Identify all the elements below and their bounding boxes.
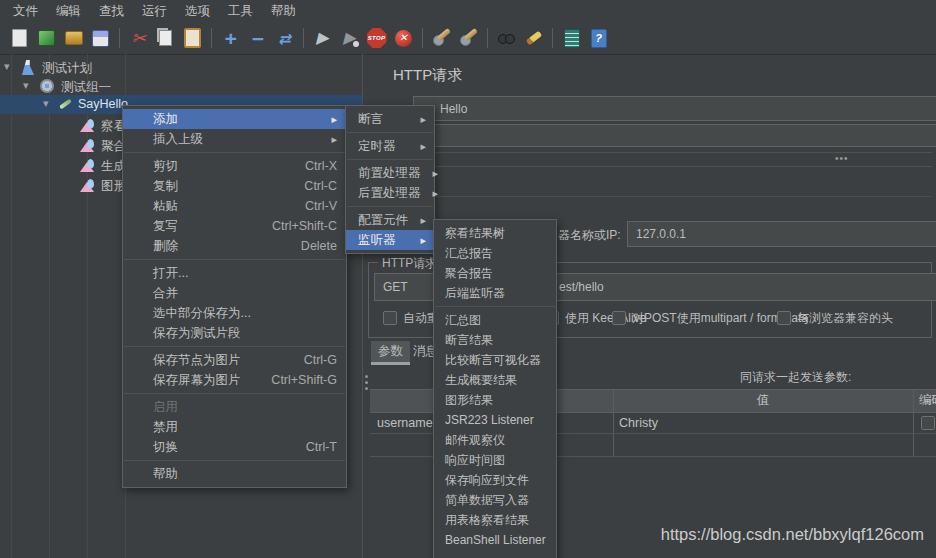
tab-parameters[interactable]: 参数 <box>371 341 410 365</box>
menu-separator <box>347 206 433 207</box>
cut-button[interactable]: ✂ <box>125 25 152 52</box>
menu-item-aggregate-report[interactable]: 聚合报告 <box>434 263 556 283</box>
server-name-field[interactable]: 127.0.0.1 <box>627 221 936 247</box>
param-value-cell[interactable]: Christy <box>619 416 658 430</box>
menu-run[interactable]: 运行 <box>133 3 176 20</box>
menu-item-mailer-visualizer[interactable]: 邮件观察仪 <box>434 430 556 450</box>
paste-button[interactable] <box>179 25 206 52</box>
menu-item-insert-parent[interactable]: 插入上级▸ <box>123 129 346 149</box>
menu-item-beanshell-listener[interactable]: BeanShell Listener <box>434 530 556 550</box>
menu-item-pre-processors[interactable]: 前置处理器▸ <box>346 163 434 183</box>
menu-options[interactable]: 选项 <box>176 3 219 20</box>
menu-item-add[interactable]: 添加▸ <box>123 109 346 129</box>
comment-field[interactable] <box>413 124 936 147</box>
menu-item-copy[interactable]: 复制Ctrl-C <box>123 176 346 196</box>
menu-item-response-time-graph[interactable]: 响应时间图 <box>434 450 556 470</box>
divider <box>375 196 932 197</box>
menu-item-disable[interactable]: 禁用 <box>123 417 346 437</box>
menu-item-delete[interactable]: 删除Delete <box>123 236 346 256</box>
follow-redirects-checkbox[interactable] <box>383 311 397 325</box>
menu-item-save-responses-to-file[interactable]: 保存响应到文件 <box>434 470 556 490</box>
menu-item-label: 断言 <box>358 111 383 128</box>
menu-file[interactable]: 文件 <box>4 3 47 20</box>
menu-item-timer[interactable]: 定时器▸ <box>346 136 434 156</box>
menu-separator <box>124 259 345 260</box>
path-field[interactable]: est/hello <box>540 273 936 301</box>
menu-tools[interactable]: 工具 <box>219 3 262 20</box>
search-button[interactable] <box>493 25 520 52</box>
menu-item-toggle[interactable]: 切换Ctrl-T <box>123 437 346 457</box>
clipboard-icon <box>184 28 201 48</box>
menu-item-label: 图形结果 <box>445 392 493 409</box>
plus-icon: + <box>224 28 236 49</box>
menu-item-save-as-test-fragment[interactable]: 保存为测试片段 <box>123 323 346 343</box>
copy-button[interactable] <box>152 25 179 52</box>
menu-item-save-selection-as[interactable]: 选中部分保存为... <box>123 303 346 323</box>
menu-item-view-results-tree[interactable]: 察看结果树 <box>434 223 556 243</box>
copy-icon <box>159 30 172 46</box>
splitter-grip[interactable] <box>365 375 368 390</box>
broom-icon <box>525 31 541 46</box>
menu-item-generate-summary-results[interactable]: 生成概要结果 <box>434 370 556 390</box>
param-encode-checkbox[interactable] <box>921 416 935 430</box>
menu-edit[interactable]: 编辑 <box>47 3 90 20</box>
menu-item-post-processors[interactable]: 后置处理器▸ <box>346 183 434 203</box>
shutdown-button[interactable]: ✕ <box>390 25 417 52</box>
play-icon: ▶ <box>316 30 328 46</box>
menu-item-config-element[interactable]: 配置元件▸ <box>346 210 434 230</box>
tree-node-thread-group[interactable]: ▾ 测试组一 <box>0 77 362 96</box>
menu-item-summary-report[interactable]: 汇总报告 <box>434 243 556 263</box>
clear-all-broom-icon <box>459 30 478 47</box>
menu-item-view-results-in-table[interactable]: 用表格察看结果 <box>434 510 556 530</box>
menu-item-save-node-as-image[interactable]: 保存节点为图片Ctrl-G <box>123 350 346 370</box>
menu-item-cut[interactable]: 剪切Ctrl-X <box>123 156 346 176</box>
menu-item-merge[interactable]: 合并 <box>123 283 346 303</box>
toggle-button[interactable]: ⇄ <box>271 25 298 52</box>
menu-item-backend-listener[interactable]: 后端监听器 <box>434 283 556 303</box>
menu-search[interactable]: 查找 <box>90 3 133 20</box>
column-header-encode[interactable]: 编码? <box>919 392 936 409</box>
menu-item-assertion-results[interactable]: 断言结果 <box>434 330 556 350</box>
new-plan-button[interactable] <box>6 25 33 52</box>
table-grid-line <box>913 389 914 457</box>
shortcut-label: Ctrl-C <box>304 179 337 193</box>
help-button[interactable]: ? <box>585 25 612 52</box>
shortcut-label: Ctrl-T <box>306 440 337 454</box>
param-name-cell[interactable]: username <box>377 416 433 430</box>
expand-button[interactable]: + <box>217 25 244 52</box>
tree-node-test-plan[interactable]: ▾ 测试计划 <box>0 58 362 77</box>
menu-item-listener[interactable]: 监听器▸ <box>346 230 434 250</box>
tree-node-label: 测试计划 <box>42 60 92 77</box>
toolbar-separator <box>422 28 423 48</box>
browser-headers-checkbox[interactable] <box>777 311 791 325</box>
shortcut-label: Ctrl-G <box>304 353 337 367</box>
save-button[interactable] <box>87 25 114 52</box>
more-options-button[interactable]: ••• <box>830 153 854 164</box>
menu-item-duplicate[interactable]: 复写Ctrl+Shift-C <box>123 216 346 236</box>
clear-all-button[interactable] <box>455 25 482 52</box>
clear-search-button[interactable] <box>520 25 547 52</box>
clear-button[interactable] <box>428 25 455 52</box>
menu-help[interactable]: 帮助 <box>262 3 305 20</box>
menu-item-paste[interactable]: 粘贴Ctrl-V <box>123 196 346 216</box>
multipart-checkbox[interactable] <box>612 311 626 325</box>
menu-item-simple-data-writer[interactable]: 简单数据写入器 <box>434 490 556 510</box>
open-button[interactable] <box>60 25 87 52</box>
menu-item-save-screen-as-image[interactable]: 保存屏幕为图片Ctrl+Shift-G <box>123 370 346 390</box>
menu-item-jsr223-listener[interactable]: JSR223 Listener <box>434 410 556 430</box>
menu-item-assertions[interactable]: 断言▸ <box>346 109 434 129</box>
chevron-down-icon: ▾ <box>4 60 10 73</box>
function-helper-button[interactable] <box>558 25 585 52</box>
menu-item-graph-results[interactable]: 图形结果 <box>434 390 556 410</box>
templates-button[interactable] <box>33 25 60 52</box>
stop-button[interactable]: STOP <box>363 25 390 52</box>
name-field[interactable]: Hello <box>413 96 936 121</box>
start-no-pauses-button[interactable]: ▶ <box>336 25 363 52</box>
menu-item-help[interactable]: 帮助 <box>123 464 346 484</box>
menu-item-comparison-assertion-visualizer[interactable]: 比较断言可视化器 <box>434 350 556 370</box>
menu-item-aggregate-graph[interactable]: 汇总图 <box>434 310 556 330</box>
column-header-value[interactable]: 值 <box>613 392 913 409</box>
start-button[interactable]: ▶ <box>309 25 336 52</box>
collapse-button[interactable]: − <box>244 25 271 52</box>
menu-item-open[interactable]: 打开... <box>123 263 346 283</box>
